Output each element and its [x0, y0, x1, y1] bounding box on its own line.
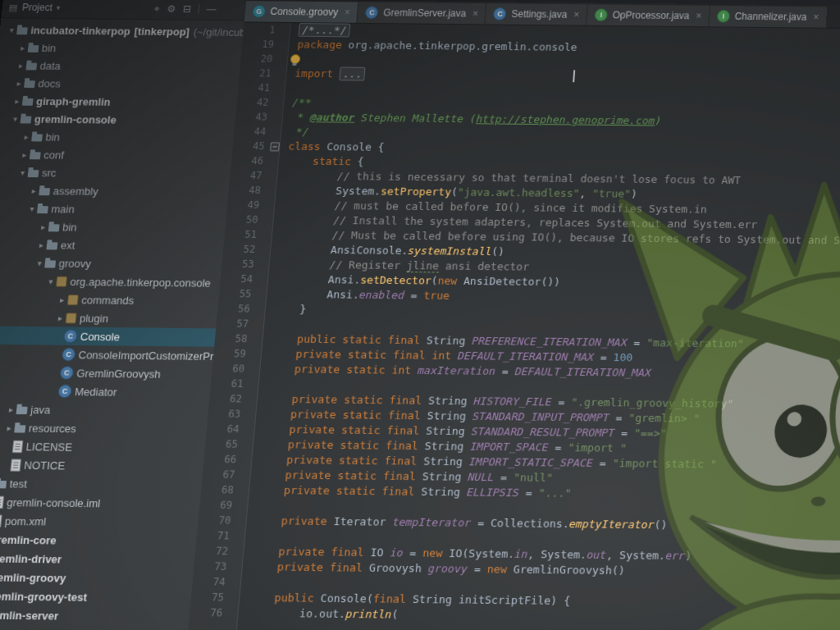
- fold-marker-icon[interactable]: [270, 142, 280, 151]
- line-number[interactable]: 68: [200, 482, 239, 498]
- close-tab-icon[interactable]: ×: [573, 9, 580, 21]
- tree-item-console[interactable]: CConsole: [0, 326, 216, 347]
- chevron-collapsed-icon[interactable]: ▸: [16, 61, 27, 70]
- tree-item-commands[interactable]: ▸commands: [0, 290, 219, 310]
- line-number[interactable]: 21: [239, 66, 276, 80]
- line-number[interactable]: 58: [214, 331, 253, 346]
- settings-icon[interactable]: ⚙: [167, 3, 176, 15]
- tree-item-resources[interactable]: ▸resources: [0, 418, 208, 439]
- line-number[interactable]: 46: [231, 153, 268, 168]
- tree-item-org-apache-tinkerpop-console[interactable]: ▾org.apache.tinkerpop.console: [0, 272, 221, 292]
- line-number[interactable]: 52: [222, 242, 261, 258]
- tree-item-bin[interactable]: ▸bin: [0, 127, 235, 148]
- line-number[interactable]: 47: [230, 168, 268, 183]
- close-tab-icon[interactable]: ×: [813, 11, 819, 23]
- line-number[interactable]: 57: [216, 316, 254, 331]
- tree-item-src[interactable]: ▾src: [0, 163, 231, 184]
- tree-item-notice[interactable]: NOTICE: [0, 454, 204, 476]
- line-number[interactable]: 67: [202, 467, 240, 482]
- chevron-down-icon[interactable]: ▾: [56, 4, 60, 12]
- hide-icon[interactable]: —: [206, 3, 217, 15]
- collapse-all-icon[interactable]: ⊟: [182, 3, 191, 15]
- tree-item-license[interactable]: LICENSE: [0, 436, 206, 458]
- tab-console-groovy[interactable]: GConsole.groovy×: [244, 1, 359, 23]
- tree-item-plugin[interactable]: ▸plugin: [0, 308, 217, 328]
- tree-item-groovy[interactable]: ▾groovy: [0, 253, 222, 273]
- line-number[interactable]: 76: [189, 605, 228, 620]
- chevron-expanded-icon[interactable]: ▾: [34, 258, 45, 267]
- tab-gremlinserver-java[interactable]: CGremlinServer.java×: [358, 2, 487, 24]
- chevron-collapsed-icon[interactable]: ▸: [17, 43, 29, 52]
- line-number[interactable]: 42: [236, 95, 274, 110]
- tree-item-giraph-gremlin[interactable]: ▸giraph-gremlin: [0, 92, 238, 112]
- line-number[interactable]: 70: [198, 513, 237, 528]
- line-number[interactable]: 45: [232, 139, 270, 153]
- line-number[interactable]: 73: [194, 559, 233, 574]
- chevron-expanded-icon[interactable]: ▾: [17, 167, 29, 176]
- scroll-from-source-icon[interactable]: ⌖: [153, 3, 160, 15]
- tree-item-bin[interactable]: ▸bin: [0, 217, 226, 237]
- line-number[interactable]: 63: [208, 406, 246, 422]
- tree-item-gremlin-server[interactable]: ▸gremlin-server: [0, 605, 190, 626]
- tab-channelizer-java[interactable]: IChannelizer.java×: [709, 6, 828, 28]
- tree-item-mediator[interactable]: CMediator: [0, 381, 211, 402]
- close-tab-icon[interactable]: ×: [472, 8, 478, 20]
- tree-item-gremlin-console-iml[interactable]: gremlin-console.iml: [0, 492, 201, 514]
- line-number[interactable]: 53: [221, 257, 260, 272]
- line-number[interactable]: 49: [226, 198, 265, 212]
- chevron-collapsed-icon[interactable]: ▸: [35, 240, 47, 249]
- line-number[interactable]: 55: [218, 286, 257, 302]
- line-number[interactable]: 65: [204, 436, 243, 452]
- chevron-expanded-icon[interactable]: ▾: [45, 276, 57, 285]
- tree-item-ext[interactable]: ▸ext: [0, 235, 225, 255]
- chevron-collapsed-icon[interactable]: ▸: [28, 186, 39, 195]
- line-number[interactable]: 59: [213, 346, 252, 362]
- tree-item-assembly[interactable]: ▸assembly: [0, 180, 230, 201]
- chevron-expanded-icon[interactable]: ▾: [26, 203, 38, 212]
- chevron-expanded-icon[interactable]: ▾: [10, 114, 21, 123]
- line-number[interactable]: 62: [209, 391, 248, 407]
- tree-item-bin[interactable]: ▸bin: [0, 39, 243, 59]
- tree-item-incubator-tinkerpop[interactable]: ▾incubator-tinkerpop[tinkerpop](~/git/in…: [0, 21, 244, 41]
- tree-item-gremlin-core[interactable]: ▸gremlin-core: [0, 529, 197, 550]
- tree-item-main[interactable]: ▾main: [0, 199, 228, 219]
- chevron-collapsed-icon[interactable]: ▸: [38, 222, 49, 231]
- chevron-collapsed-icon[interactable]: ▸: [11, 96, 23, 105]
- line-number[interactable]: 43: [235, 109, 272, 124]
- tree-item-conf[interactable]: ▸conf: [0, 145, 233, 166]
- line-number[interactable]: 48: [228, 183, 267, 198]
- tree-item-gremlin-groovy[interactable]: ▸gremlin-groovy: [0, 567, 194, 588]
- tree-item-gremlin-console[interactable]: ▾gremlin-console: [0, 109, 236, 130]
- tree-item-gremlin-groovy-test[interactable]: ▸gremlin-groovy-test: [0, 586, 192, 607]
- line-number[interactable]: 44: [234, 124, 272, 139]
- line-number[interactable]: 54: [220, 272, 258, 287]
- close-tab-icon[interactable]: ×: [344, 7, 350, 18]
- code-editor[interactable]: 1/*...*/19package org.apache.tinkerpop.g…: [186, 22, 840, 630]
- tree-item-java[interactable]: ▸java: [0, 399, 209, 421]
- line-number[interactable]: 41: [238, 80, 276, 95]
- line-number[interactable]: 20: [240, 52, 278, 66]
- line-number[interactable]: 51: [224, 227, 262, 243]
- line-number[interactable]: 74: [192, 574, 231, 590]
- chevron-collapsed-icon[interactable]: ▸: [3, 423, 15, 432]
- chevron-collapsed-icon[interactable]: ▸: [21, 132, 32, 141]
- line-number[interactable]: 71: [196, 527, 235, 543]
- line-number[interactable]: 60: [212, 361, 250, 377]
- tab-settings-java[interactable]: CSettings.java×: [486, 3, 588, 25]
- line-number[interactable]: 72: [194, 543, 234, 559]
- line-number[interactable]: 50: [226, 212, 264, 227]
- tree-item-gremlingroovysh[interactable]: CGremlinGroovysh: [0, 363, 212, 384]
- chevron-expanded-icon[interactable]: ▾: [6, 25, 17, 34]
- chevron-collapsed-icon[interactable]: ▸: [13, 79, 25, 88]
- line-number[interactable]: 56: [217, 301, 256, 317]
- chevron-collapsed-icon[interactable]: ▸: [19, 150, 30, 159]
- line-number[interactable]: 66: [203, 451, 242, 467]
- line-number[interactable]: 1: [243, 22, 281, 37]
- line-number[interactable]: 64: [206, 422, 244, 437]
- tree-item-data[interactable]: ▸data: [0, 56, 241, 76]
- line-number[interactable]: 75: [190, 589, 230, 605]
- tree-item-docs[interactable]: ▸docs: [0, 74, 240, 94]
- chevron-collapsed-icon[interactable]: ▸: [54, 313, 66, 322]
- close-tab-icon[interactable]: ×: [696, 11, 702, 22]
- line-number[interactable]: 61: [210, 376, 249, 391]
